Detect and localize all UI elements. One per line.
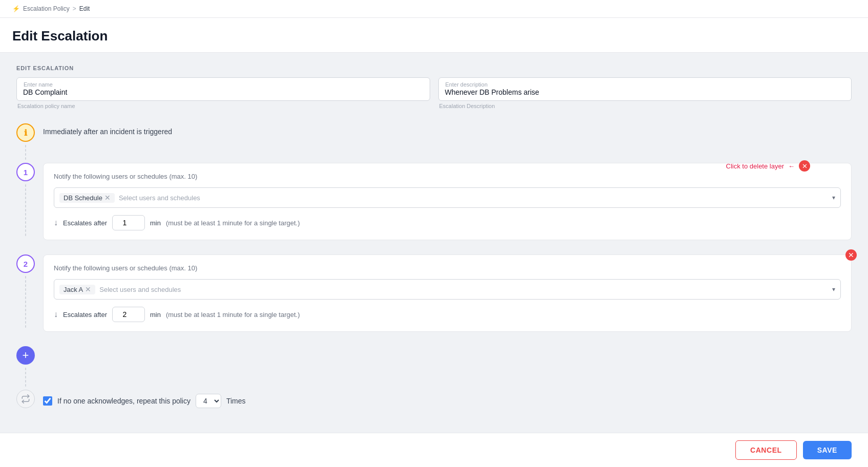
add-layer-row: + (16, 346, 852, 390)
breadcrumb: ⚡ Escalation Policy > Edit (12, 5, 856, 12)
escalates-input-2[interactable] (112, 307, 145, 322)
page: ⚡ Escalation Policy > Edit Edit Escalati… (0, 0, 868, 467)
delete-btn-2[interactable]: ✕ (845, 249, 857, 261)
layer-1-escalates-row: ↓ Escalates after min (must be at least … (54, 215, 841, 230)
repeat-options-row: If no one acknowledges, repeat this poli… (43, 390, 852, 412)
trigger-label: Immediately after an incident is trigger… (43, 123, 852, 144)
escalates-input-1[interactable] (112, 215, 145, 230)
trigger-node: ℹ (16, 123, 35, 142)
escalates-hint-2: (must be at least 1 minute for a single … (166, 311, 300, 319)
repeat-row: If no one acknowledges, repeat this poli… (16, 390, 852, 416)
layer-1-dropdown-arrow[interactable]: ▾ (832, 194, 835, 201)
escalates-label-1: Escalates after (63, 219, 107, 227)
escalates-label-2: Escalates after (63, 311, 107, 319)
repeat-icon-node (16, 390, 35, 408)
tag-label-1: DB Schedule (63, 194, 102, 202)
annotation-text: Click to delete layer (726, 162, 784, 170)
breadcrumb-current: Edit (79, 5, 90, 12)
escalates-unit-2: min (150, 311, 161, 319)
cancel-button[interactable]: CANCEL (735, 440, 797, 460)
times-label: Times (226, 397, 246, 405)
layer-1-header: Notify the following users or schedules … (54, 173, 841, 180)
add-layer-button[interactable]: + (16, 346, 35, 365)
dashes-4 (25, 365, 26, 390)
layer-2-tag: Jack A ✕ (59, 285, 95, 294)
breadcrumb-icon: ⚡ (12, 5, 20, 12)
add-layer-content (43, 346, 852, 350)
timeline-left-trigger: ℹ (16, 123, 35, 163)
layer-1-node: 1 (16, 163, 35, 181)
layer-1-title: Notify the following users or schedules … (54, 173, 197, 180)
layer-2-user-select[interactable]: Jack A ✕ Select users and schedules ▾ (54, 279, 841, 300)
layer-1-user-select[interactable]: DB Schedule ✕ Select users and schedules… (54, 187, 841, 208)
save-button[interactable]: SAVE (803, 441, 852, 459)
name-field: Enter name Escalation policy name (16, 77, 430, 109)
repeat-label: If no one acknowledges, repeat this poli… (57, 397, 190, 405)
layer-1-content: Click to delete layer ← ✕ Notify the fol… (43, 163, 852, 246)
dashes-1 (25, 142, 26, 163)
desc-label: Enter description (444, 81, 489, 88)
escalates-unit-1: min (150, 219, 161, 227)
timeline-left-repeat (16, 390, 35, 408)
layer-2-card: ✕ Notify the following users or schedule… (43, 254, 852, 332)
layer-2-content: ✕ Notify the following users or schedule… (43, 254, 852, 338)
desc-input[interactable] (438, 77, 852, 101)
layer-1-placeholder: Select users and schedules (119, 194, 828, 202)
breadcrumb-separator: > (73, 5, 76, 12)
desc-hint: Escalation Description (438, 103, 852, 109)
layer-2-title: Notify the following users or schedules … (54, 264, 197, 272)
escalates-hint-1: (must be at least 1 minute for a single … (166, 219, 300, 227)
tag-remove-1[interactable]: ✕ (104, 194, 111, 201)
layer-1-tag: DB Schedule ✕ (59, 193, 115, 203)
section-label: EDIT ESCALATION (16, 65, 852, 71)
breadcrumb-parent[interactable]: Escalation Policy (23, 5, 70, 12)
layer-1-card: Click to delete layer ← ✕ Notify the fol… (43, 163, 852, 240)
timeline-left-1: 1 (16, 163, 35, 239)
repeat-content: If no one acknowledges, repeat this poli… (43, 390, 852, 416)
name-hint: Escalation policy name (16, 103, 430, 109)
arrow-icon: ← (788, 162, 795, 170)
escalates-down-icon-1: ↓ (54, 218, 58, 227)
repeat-times-select[interactable]: 4 1 2 3 5 (196, 394, 221, 408)
escalation-timeline: ℹ Immediately after an incident is trigg… (16, 123, 852, 416)
layer-2-escalates-row: ↓ Escalates after min (must be at least … (54, 307, 841, 322)
layer-2-header: Notify the following users or schedules … (54, 264, 841, 272)
footer-bar: CANCEL SAVE (0, 433, 868, 467)
layer-2-placeholder: Select users and schedules (99, 286, 828, 293)
timeline-left-2: 2 (16, 254, 35, 331)
layer-2-row: 2 (16, 254, 852, 338)
trigger-row: ℹ Immediately after an incident is trigg… (16, 123, 852, 163)
tag-label-2: Jack A (63, 286, 83, 293)
form-row: Enter name Escalation policy name Enter … (16, 77, 852, 109)
name-label: Enter name (23, 81, 54, 88)
tag-remove-2[interactable]: ✕ (85, 286, 91, 293)
content: EDIT ESCALATION Enter name Escalation po… (0, 53, 868, 429)
layer-1-row: 1 (16, 163, 852, 246)
top-bar: ⚡ Escalation Policy > Edit (0, 0, 868, 18)
desc-field: Enter description Escalation Description (438, 77, 852, 109)
repeat-checkbox[interactable] (43, 396, 52, 406)
layer-2-dropdown-arrow[interactable]: ▾ (832, 286, 835, 293)
layer-2-node: 2 (16, 254, 35, 273)
timeline-left-add: + (16, 346, 35, 390)
name-input[interactable] (16, 77, 430, 101)
dashes-2 (25, 181, 26, 239)
trigger-content: Immediately after an incident is trigger… (43, 123, 852, 148)
page-title: Edit Escalation (0, 18, 868, 52)
dashes-3 (25, 273, 26, 331)
escalates-down-icon-2: ↓ (54, 310, 58, 319)
